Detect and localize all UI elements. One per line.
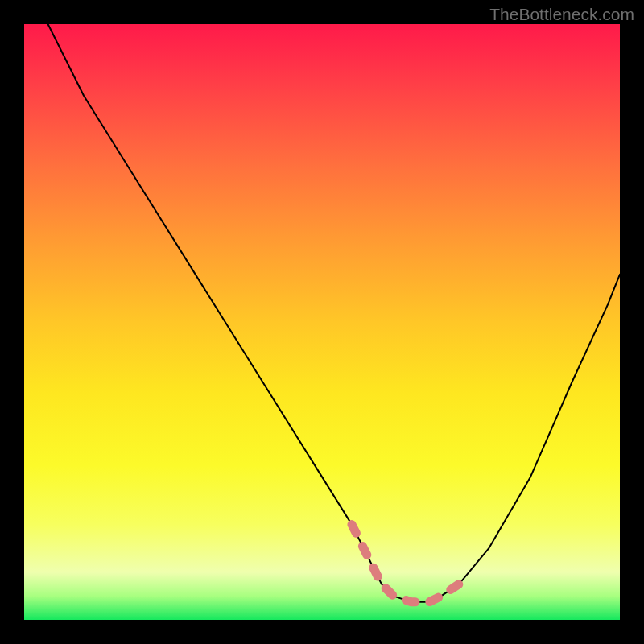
watermark-text: TheBottleneck.com bbox=[489, 5, 634, 24]
chart-container: TheBottleneck.com bbox=[0, 0, 644, 644]
highlight-path bbox=[352, 525, 459, 602]
curve-path bbox=[48, 24, 620, 602]
chart-svg bbox=[24, 24, 620, 620]
plot-area bbox=[24, 24, 620, 620]
